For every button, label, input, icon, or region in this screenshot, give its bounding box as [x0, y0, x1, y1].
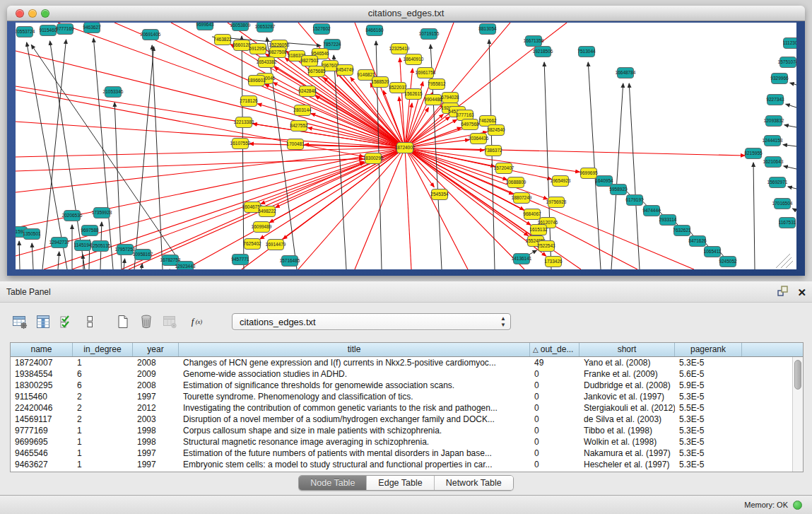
graph-node[interactable]: 20206536: [62, 211, 83, 221]
graph-node[interactable]: 16543382: [257, 57, 277, 68]
graph-node[interactable]: 9242848: [298, 86, 317, 97]
table-cell-title[interactable]: Structural magnetic resonance image aver…: [179, 436, 530, 448]
table-cell-pagerank[interactable]: 5.3E-5: [675, 425, 742, 436]
graph-node[interactable]: 6179197: [625, 195, 644, 206]
graph-node[interactable]: 17359928: [92, 208, 112, 218]
table-cell-short[interactable]: Dudbridge et al. (2008): [579, 380, 675, 391]
graph-node[interactable]: 10719155: [419, 29, 440, 40]
graph-node[interactable]: 18300295: [363, 153, 384, 164]
table-cell-title[interactable]: Genome-wide association studies in ADHD.: [179, 368, 530, 380]
table-cell-year[interactable]: 1997: [133, 448, 179, 459]
graph-node[interactable]: 5498222: [258, 206, 276, 217]
table-cell-out-de-[interactable]: 0: [530, 414, 579, 425]
graph-node[interactable]: 21053346: [103, 87, 124, 98]
graph-node[interactable]: 16053809: [230, 23, 251, 31]
table-row[interactable]: 911546021997Tourette syndrome. Phenomeno…: [11, 391, 792, 402]
table-cell-title[interactable]: Investigating the contribution of common…: [179, 402, 530, 414]
table-cell-in-degree[interactable]: 6: [73, 380, 133, 391]
column-header-name[interactable]: name: [11, 343, 73, 356]
graph-node[interactable]: 9227343: [766, 95, 784, 105]
table-cell-in-degree[interactable]: 6: [73, 368, 133, 380]
column-header-year[interactable]: year: [133, 343, 179, 356]
graph-node[interactable]: 1615132: [529, 225, 548, 235]
column-header-title[interactable]: title: [179, 343, 530, 356]
graph-node[interactable]: 9329966: [770, 74, 789, 84]
table-cell-short[interactable]: Hescheler et al. (1997): [579, 459, 675, 470]
graph-node[interactable]: 2545354: [430, 189, 449, 200]
table-cell-out-de-[interactable]: 0: [530, 459, 579, 470]
table-row[interactable]: 2242004622012Investigating the contribut…: [11, 402, 792, 414]
graph-node[interactable]: 2718126: [240, 96, 258, 107]
table-row[interactable]: 1830029562008Estimation of significance …: [11, 380, 792, 391]
graph-node[interactable]: 12325419: [389, 44, 410, 54]
graph-node[interactable]: 8471626: [688, 236, 707, 247]
table-cell-name[interactable]: 9463627: [11, 459, 73, 470]
graph-node[interactable]: 18807249: [512, 193, 532, 204]
table-cell-out-de-[interactable]: 0: [530, 436, 579, 448]
table-cell-out-de-[interactable]: 0: [530, 368, 579, 380]
table-cell-name[interactable]: 22420046: [11, 402, 73, 414]
window-titlebar[interactable]: citations_edges.txt: [7, 6, 805, 21]
graph-node[interactable]: 1562615: [404, 89, 423, 100]
graph-node[interactable]: 8454749: [336, 65, 354, 76]
table-cell-pagerank[interactable]: 5.5E-5: [675, 402, 742, 414]
graph-node[interactable]: 12923448: [175, 262, 196, 270]
table-cell-name[interactable]: 18724007: [11, 357, 73, 368]
graph-node[interactable]: 15720407: [494, 163, 514, 174]
table-cell-in-degree[interactable]: 1: [73, 459, 133, 470]
function-builder-icon[interactable]: f (x): [190, 313, 207, 330]
graph-node[interactable]: 9457771: [231, 255, 249, 265]
graph-node[interactable]: 1112304: [783, 38, 796, 49]
graph-node[interactable]: 9684067: [523, 209, 541, 220]
graph-node[interactable]: 12213383: [234, 117, 254, 128]
graph-node[interactable]: 6497568: [461, 119, 479, 130]
table-row[interactable]: 946362711997Embryonic stem cells: a mode…: [11, 459, 792, 470]
graph-hub-node[interactable]: 18724007: [395, 143, 416, 153]
graph-node[interactable]: 17016504: [772, 199, 793, 209]
graph-node[interactable]: 16210643: [763, 157, 784, 168]
graph-node[interactable]: 16961758: [416, 68, 436, 78]
resize-grip[interactable]: [776, 254, 793, 268]
table-cell-pagerank[interactable]: 5.3E-5: [675, 436, 742, 448]
table-cell-year[interactable]: 1998: [133, 436, 179, 448]
graph-node[interactable]: 19218506: [533, 47, 553, 57]
graph-node[interactable]: 12942737: [49, 238, 70, 248]
graph-node[interactable]: 5675685: [307, 66, 326, 77]
column-header-short[interactable]: short: [579, 343, 675, 356]
graph-node[interactable]: 15751074: [778, 57, 796, 68]
graph-node[interactable]: 20364436: [469, 134, 489, 144]
graph-node[interactable]: 1896603: [247, 76, 266, 86]
table-cell-name[interactable]: 9699695: [11, 436, 73, 448]
graph-node[interactable]: 19654923: [551, 176, 571, 187]
table-cell-short[interactable]: de Silva et al. (2003): [579, 414, 675, 425]
table-cell-year[interactable]: 2009: [133, 368, 179, 380]
tab-edge-table[interactable]: Edge Table: [367, 476, 434, 490]
table-cell-out-de-[interactable]: 0: [530, 380, 579, 391]
graph-node[interactable]: 9245052: [719, 257, 737, 267]
graph-node[interactable]: 16107552: [230, 139, 251, 149]
table-row[interactable]: 969969511998Structural magnetic resonanc…: [11, 436, 792, 448]
graph-node[interactable]: 1145194: [74, 240, 92, 251]
tab-network-table[interactable]: Network Table: [435, 476, 513, 490]
graph-node[interactable]: 15716485: [280, 256, 300, 267]
graph-node[interactable]: 1350501: [23, 229, 41, 240]
table-cell-pagerank[interactable]: 5.3E-5: [675, 459, 742, 470]
graph-node[interactable]: 12444158: [763, 136, 783, 146]
graph-node[interactable]: 19756928: [546, 197, 567, 208]
table-cell-year[interactable]: 1997: [133, 459, 179, 470]
table-cell-year[interactable]: 1998: [133, 425, 179, 436]
table-cell-out-de-[interactable]: 49: [530, 357, 579, 368]
graph-node[interactable]: 1588520: [371, 77, 389, 88]
graph-node[interactable]: 12093832: [764, 116, 784, 127]
scrollbar-thumb[interactable]: [794, 360, 801, 390]
graph-node[interactable]: 15692971: [767, 177, 788, 188]
graph-node[interactable]: 9463627: [83, 23, 101, 33]
table-cell-out-de-[interactable]: 0: [530, 391, 579, 402]
table-cell-name[interactable]: 9115460: [11, 391, 73, 402]
table-row[interactable]: 1456911722003Disruption of a novel membe…: [11, 414, 792, 425]
table-cell-name[interactable]: 19384554: [11, 368, 73, 380]
graph-node[interactable]: 9827508: [269, 47, 287, 58]
table-cell-name[interactable]: 18300295: [11, 380, 73, 391]
graph-node[interactable]: 2803144: [293, 105, 312, 116]
table-cell-title[interactable]: Estimation of the future numbers of pati…: [179, 448, 530, 459]
